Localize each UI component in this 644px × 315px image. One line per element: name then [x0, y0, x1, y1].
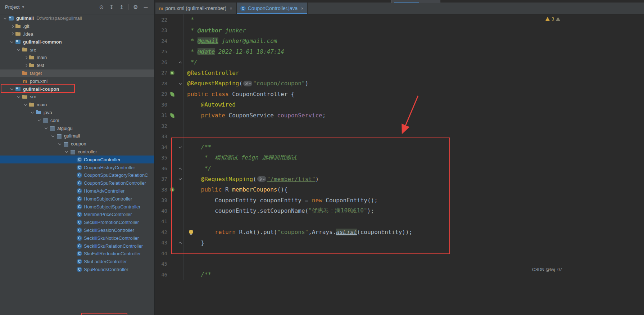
chevron-down-icon[interactable] — [43, 125, 49, 131]
tree-item-gulimall-coupon[interactable]: gulimall-coupon — [0, 85, 154, 93]
code-line-24[interactable]: 24 * @email junker@gmail.com — [155, 36, 644, 46]
tab-pom-xml-gulimall-member-[interactable]: mpom.xml (gulimall-member)× — [155, 3, 236, 14]
tree-item-controller[interactable]: controller — [0, 148, 154, 156]
tree-item-.idea[interactable]: .idea — [0, 30, 154, 38]
spring-leaf-icon[interactable] — [170, 92, 174, 96]
expand-all-icon[interactable]: ↧ — [106, 3, 117, 11]
tree-item-MemberPriceController[interactable]: CMemberPriceController — [0, 211, 154, 219]
spring-bean-icon[interactable] — [170, 71, 174, 75]
code-area[interactable]: 22 *23 * @author junker24 * @email junke… — [155, 14, 644, 315]
code-line-29[interactable]: 29public class CouponController { — [155, 89, 644, 100]
code-line-39[interactable]: 39 CouponEntity couponEntity = new Coupo… — [155, 195, 644, 206]
tree-item-CouponSpuRelationController[interactable]: CCouponSpuRelationController — [0, 179, 154, 187]
chevron-right-icon[interactable] — [23, 55, 29, 60]
settings-icon[interactable]: ⚙ — [131, 3, 141, 11]
chevron-down-icon[interactable] — [30, 109, 36, 115]
code-line-25[interactable]: 25 * @date 2022-12-01 18:47:14 — [155, 46, 644, 57]
chevron-down-icon[interactable] — [23, 102, 29, 108]
fold-up-icon[interactable] — [179, 61, 182, 64]
tree-item-main[interactable]: main — [0, 101, 154, 109]
collapse-all-icon[interactable]: ↥ — [117, 3, 127, 11]
tree-item-SkuFullReductionController[interactable]: CSkuFullReductionController — [0, 250, 154, 258]
close-tab-icon[interactable]: × — [301, 6, 304, 11]
annotation-value-hint-icon[interactable] — [243, 81, 252, 86]
chevron-down-icon[interactable] — [50, 133, 56, 139]
code-line-42[interactable]: 42 return R.ok().put("coupons",Arrays.as… — [155, 227, 644, 238]
chevron-down-icon[interactable] — [16, 94, 22, 100]
tab-couponcontroller-java[interactable]: CCouponController.java× — [236, 3, 308, 14]
select-opened-file-icon[interactable]: ⊙ — [96, 3, 106, 11]
tree-item-SpuBoundsController[interactable]: CSpuBoundsController — [0, 266, 154, 274]
code-line-30[interactable]: 30 @Autowired — [155, 99, 644, 110]
chevron-right-icon[interactable] — [23, 63, 29, 68]
code-line-31[interactable]: 31 private CouponService couponService; — [155, 110, 644, 121]
chevron-down-icon[interactable] — [9, 86, 15, 92]
tree-item-SeckillSkuRelationController[interactable]: CSeckillSkuRelationController — [0, 242, 154, 250]
code-line-41[interactable]: 41 — [155, 216, 644, 227]
tree-item-CouponController[interactable]: CCouponController — [0, 156, 154, 163]
tree-item-.git[interactable]: .git — [0, 22, 154, 30]
tree-item-SkuLadderController[interactable]: CSkuLadderController — [0, 258, 154, 266]
tree-item-SeckillSessionController[interactable]: CSeckillSessionController — [0, 226, 154, 234]
tree-item-CouponSpuCategoryRelationC[interactable]: CCouponSpuCategoryRelationC — [0, 171, 154, 179]
tree-item-gulimall[interactable]: gulimallD:\workspace\gulimall — [0, 14, 154, 22]
code-line-46[interactable]: 46 /** — [155, 269, 644, 280]
chevron-down-icon[interactable] — [2, 15, 8, 21]
spring-bean-icon[interactable] — [170, 187, 174, 192]
code-line-26[interactable]: 26 */ — [155, 57, 644, 68]
code-line-44[interactable]: 44 — [155, 248, 644, 259]
code-line-22[interactable]: 22 * — [155, 14, 644, 25]
tree-item-pom.xml[interactable]: mpom.xml — [0, 77, 154, 85]
fold-down-icon[interactable] — [179, 82, 182, 85]
tree-item-CouponHistoryController[interactable]: CCouponHistoryController — [0, 163, 154, 171]
chevron-right-icon[interactable] — [9, 23, 15, 29]
code-line-34[interactable]: 34 /** — [155, 142, 644, 153]
chevron-down-icon[interactable] — [57, 141, 63, 147]
code-line-37[interactable]: 37 @RequestMapping("/member/list") — [155, 174, 644, 185]
tree-item-gulimall-common[interactable]: gulimall-common — [0, 38, 154, 46]
tree-item-SeckillPromotionController[interactable]: CSeckillPromotionController — [0, 219, 154, 226]
chevron-right-icon[interactable] — [9, 31, 15, 37]
chevron-down-icon[interactable] — [16, 47, 22, 53]
code-line-36[interactable]: 36 */ — [155, 163, 644, 174]
code-line-38[interactable]: 38 public R memberCoupons(){ — [155, 184, 644, 195]
intention-bulb-icon[interactable] — [189, 230, 193, 234]
tree-item-HomeAdvController[interactable]: CHomeAdvController — [0, 187, 154, 195]
code-line-23[interactable]: 23 * @author junker — [155, 25, 644, 36]
code-line-43[interactable]: 43 } — [155, 238, 644, 248]
spring-leaf-icon[interactable] — [170, 113, 174, 118]
fold-down-icon[interactable] — [179, 177, 182, 181]
tree-item-com[interactable]: com — [0, 116, 154, 124]
annotation-value-hint-icon[interactable] — [257, 176, 266, 182]
tree-item-HomeSubjectController[interactable]: CHomeSubjectController — [0, 195, 154, 203]
fold-down-icon[interactable] — [179, 146, 182, 149]
tree-item-coupon[interactable]: coupon — [0, 140, 154, 148]
code-line-45[interactable]: 45 — [155, 259, 644, 270]
code-line-35[interactable]: 35 * 模拟测试 feign 远程调用测试 — [155, 153, 644, 163]
chevron-down-icon[interactable] — [9, 39, 15, 45]
chevron-down-icon[interactable] — [64, 149, 70, 154]
tree-item-java[interactable]: java — [0, 109, 154, 117]
tree-item-src[interactable]: src — [0, 93, 154, 101]
code-line-27[interactable]: 27@RestController — [155, 68, 644, 78]
close-tab-icon[interactable]: × — [230, 6, 232, 11]
tree-item-main[interactable]: main — [0, 54, 154, 62]
tree-item-src[interactable]: src — [0, 46, 154, 54]
inspections-widget[interactable]: 3 — [545, 16, 560, 22]
fold-up-icon[interactable] — [179, 167, 182, 170]
code-line-40[interactable]: 40 couponEntity.setCouponName("优惠卷：满100减… — [155, 206, 644, 216]
code-line-33[interactable]: 33 — [155, 131, 644, 142]
tree-item-gulimall[interactable]: gulimall — [0, 132, 154, 140]
code-line-28[interactable]: 28@RequestMapping("coupon/coupon") — [155, 78, 644, 89]
fold-up-icon[interactable] — [179, 241, 182, 244]
code-line-32[interactable]: 32 — [155, 121, 644, 131]
tree-item-target[interactable]: target — [0, 69, 154, 77]
tree-item-HomeSubjectSpuController[interactable]: CHomeSubjectSpuController — [0, 203, 154, 211]
tree-item-atguigu[interactable]: atguigu — [0, 124, 154, 132]
hide-panel-icon[interactable]: ─ — [141, 3, 151, 11]
chevron-down-icon[interactable]: ▾ — [22, 5, 24, 9]
chevron-down-icon[interactable] — [36, 117, 42, 123]
tree-item-test[interactable]: test — [0, 62, 154, 69]
project-panel-title[interactable]: Project — [5, 4, 19, 10]
tree-item-SeckillSkuNoticeController[interactable]: CSeckillSkuNoticeController — [0, 234, 154, 242]
